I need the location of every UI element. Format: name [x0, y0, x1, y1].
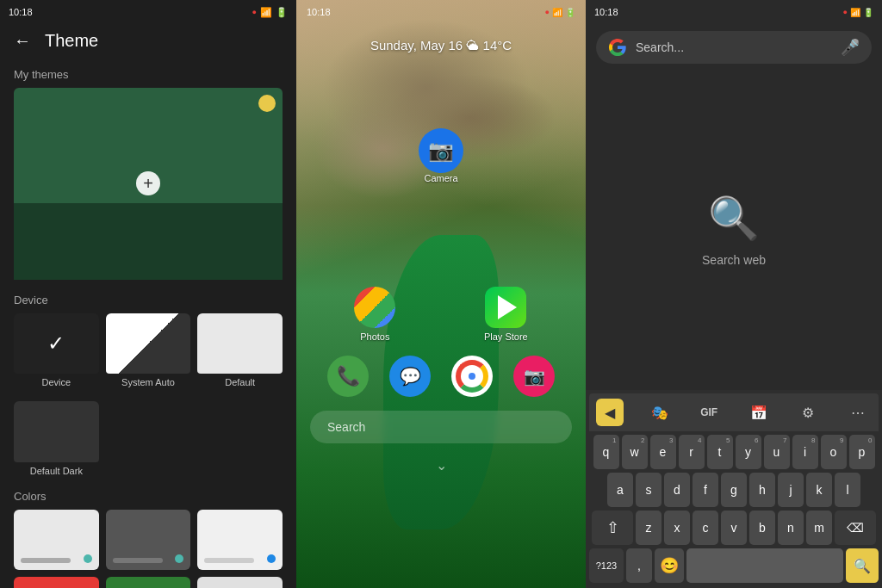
key-d[interactable]: d [664, 473, 690, 507]
home-date-weather: Sunday, May 16 🌥 14°C [296, 24, 586, 59]
color-card-dark[interactable] [106, 510, 191, 570]
system-auto-label: System Auto [106, 377, 191, 387]
home-search-bar[interactable]: Search [310, 411, 572, 443]
camera-app-label: Camera [424, 173, 457, 183]
home-battery-icon: 🔋 [565, 8, 575, 17]
key-a[interactable]: a [607, 473, 633, 507]
key-y[interactable]: y6 [736, 435, 761, 469]
keyboard-calendar-icon[interactable]: 📅 [745, 399, 773, 426]
key-h[interactable]: h [749, 473, 775, 507]
search-input[interactable]: Search... [636, 40, 832, 54]
key-i[interactable]: i8 [792, 435, 818, 469]
search-results-area: 🔍 Search web [586, 71, 882, 390]
key-123[interactable]: ?123 [589, 548, 624, 583]
theme-content: My themes + Device ✓ Device System [0, 58, 296, 588]
keyboard-gif-button[interactable]: GIF [695, 399, 723, 426]
keyboard-settings-icon[interactable]: ⚙ [794, 399, 822, 426]
page-title: Theme [45, 31, 98, 51]
play-store-label: Play Store [484, 331, 528, 342]
search-status-bar: 10:18 ● 📶 🔋 [586, 0, 882, 24]
key-space[interactable] [686, 548, 843, 583]
key-g[interactable]: g [721, 473, 747, 507]
home-time: 10:18 [307, 7, 331, 17]
color-card-light[interactable] [14, 510, 99, 570]
back-button[interactable]: ← [14, 31, 31, 51]
my-themes-label: My themes [14, 68, 283, 81]
status-bar-left: 10:18 [9, 7, 33, 17]
photos-app[interactable]: Photos [354, 287, 395, 342]
add-theme-card[interactable]: + [14, 88, 283, 280]
key-shift[interactable]: ⇧ [592, 511, 633, 545]
camera-dock-icon[interactable]: 📷 [513, 356, 555, 397]
key-search[interactable]: 🔍 [846, 548, 879, 583]
color-card-red[interactable] [14, 577, 99, 588]
keyboard-row-3: ⇧ z x c v b n m ⌫ [589, 511, 879, 545]
key-w[interactable]: w2 [622, 435, 648, 469]
time-display: 10:18 [9, 7, 33, 17]
home-bottom-apps: Photos Play Store [296, 183, 586, 349]
mic-icon[interactable]: 🎤 [841, 38, 860, 57]
home-panel: 10:18 ● 📶 🔋 Sunday, May 16 🌥 14°C 📷 Came… [296, 0, 586, 588]
key-o[interactable]: o9 [821, 435, 847, 469]
phone-icon[interactable]: 📞 [327, 356, 369, 397]
messages-icon[interactable]: 💬 [389, 356, 431, 397]
camera-app-icon[interactable]: 📷 [419, 128, 463, 173]
key-k[interactable]: k [806, 473, 832, 507]
google-search-bar[interactable]: Search... 🎤 [596, 31, 872, 64]
key-u[interactable]: u7 [764, 435, 790, 469]
play-store-app[interactable]: Play Store [484, 287, 528, 342]
key-q[interactable]: q1 [593, 435, 619, 469]
signal-icon: 📶 [260, 7, 272, 18]
color-card-green[interactable] [106, 577, 191, 588]
key-c[interactable]: c [693, 511, 718, 545]
key-e[interactable]: e3 [650, 435, 676, 469]
search-web-label: Search web [702, 253, 766, 267]
key-z[interactable]: z [636, 511, 662, 545]
colors-grid [14, 510, 283, 588]
key-b[interactable]: b [749, 511, 775, 545]
battery-icon: 🔋 [276, 7, 288, 18]
theme-system-auto-card[interactable]: System Auto [106, 313, 191, 387]
key-x[interactable]: x [664, 511, 690, 545]
theme-default-dark-card[interactable]: Default Dark [14, 401, 99, 475]
theme-device-card[interactable]: ✓ Device [14, 313, 99, 387]
colors-section-label: Colors [14, 490, 283, 503]
photos-label: Photos [360, 331, 389, 342]
keyboard: ◀ 🎭 GIF 📅 ⚙ ⋯ q1 w2 e3 r4 t5 y6 u7 i8 o9… [586, 390, 882, 588]
photos-icon [354, 287, 395, 328]
key-v[interactable]: v [721, 511, 747, 545]
key-p[interactable]: p0 [849, 435, 875, 469]
key-backspace[interactable]: ⌫ [835, 511, 876, 545]
key-j[interactable]: j [778, 473, 804, 507]
key-f[interactable]: f [693, 473, 718, 507]
search-battery-icon: 🔋 [863, 8, 873, 17]
default-themes-grid: ✓ Device System Auto Default [14, 313, 283, 387]
key-m[interactable]: m [806, 511, 832, 545]
status-bar-right: ● 📶 🔋 [252, 7, 288, 18]
key-r[interactable]: r4 [679, 435, 705, 469]
home-nav-bar: ⌄ [296, 450, 586, 480]
theme-panel: 10:18 ● 📶 🔋 ← Theme My themes + Device [0, 0, 296, 588]
keyboard-row-2: a s d f g h j k l [589, 473, 879, 507]
color-card-light2[interactable] [197, 510, 283, 570]
key-n[interactable]: n [778, 511, 804, 545]
key-t[interactable]: t5 [707, 435, 733, 469]
theme-header: ← Theme [0, 24, 296, 58]
home-status-icons: ● 📶 🔋 [545, 8, 575, 17]
key-s[interactable]: s [636, 473, 662, 507]
search-status-icons: ● 📶 🔋 [843, 8, 873, 17]
key-l[interactable]: l [835, 473, 860, 507]
chrome-icon[interactable] [451, 356, 493, 397]
keyboard-back-button[interactable]: ◀ [596, 399, 624, 426]
theme-default-card[interactable]: Default [197, 313, 283, 387]
default-section-label: Device [14, 294, 283, 306]
key-emoji[interactable]: 😊 [655, 548, 684, 583]
color-card-gray2[interactable] [197, 577, 283, 588]
google-logo [608, 38, 627, 57]
home-camera-area: 📷 Camera [296, 59, 586, 183]
key-comma[interactable]: , [626, 548, 652, 583]
search-placeholder: Search [327, 420, 365, 434]
keyboard-more-icon[interactable]: ⋯ [844, 399, 872, 426]
search-time: 10:18 [594, 7, 618, 17]
keyboard-sticker-icon[interactable]: 🎭 [646, 399, 674, 426]
